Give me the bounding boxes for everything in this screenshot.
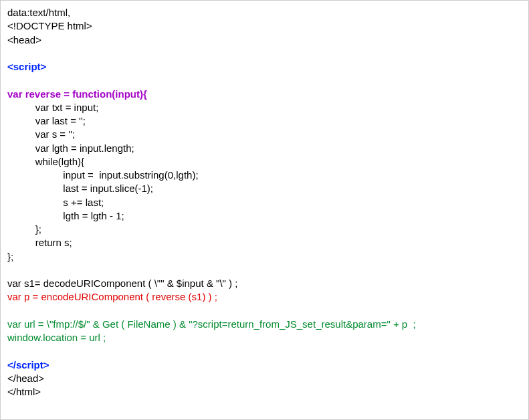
code-line-14: s += last; [7, 196, 522, 209]
code-line-12: input = input.substring(0,lgth); [7, 169, 522, 182]
code-line-2: <head> [7, 33, 522, 47]
code-line-3 [7, 47, 522, 60]
code-line-4: <script> [7, 60, 522, 74]
code-line-6: var reverse = function(input){ [7, 88, 522, 101]
code-line-22 [7, 304, 522, 318]
code-line-27: </head> [7, 372, 522, 385]
code-line-20: var s1= decodeURIComponent ( \"" & $inpu… [7, 277, 522, 290]
code-line-13: last = input.slice(-1); [7, 182, 522, 195]
code-snippet-box: data:text/html,<!DOCTYPE html><head><scr… [0, 0, 529, 420]
code-line-19 [7, 264, 522, 277]
code-line-16: }; [7, 223, 522, 236]
code-line-9: var s = ''; [7, 128, 522, 141]
code-line-1: <!DOCTYPE html> [7, 19, 522, 33]
code-line-28: </html> [7, 385, 522, 399]
code-line-11: while(lgth){ [7, 155, 522, 169]
code-line-26: </script> [7, 358, 522, 372]
code-line-23: var url = \"fmp://$/" & Get ( FileName )… [7, 318, 522, 331]
code-line-24: window.location = url ; [7, 331, 522, 344]
code-line-21: var p = encodeURIComponent ( reverse (s1… [7, 290, 522, 304]
code-line-8: var last = ''; [7, 114, 522, 128]
code-line-17: return s; [7, 236, 522, 249]
code-line-15: lgth = lgth - 1; [7, 209, 522, 223]
code-line-25 [7, 344, 522, 358]
code-line-5 [7, 74, 522, 87]
code-line-10: var lgth = input.length; [7, 142, 522, 155]
code-line-0: data:text/html, [7, 6, 522, 19]
code-line-7: var txt = input; [7, 101, 522, 114]
code-line-18: }; [7, 250, 522, 264]
